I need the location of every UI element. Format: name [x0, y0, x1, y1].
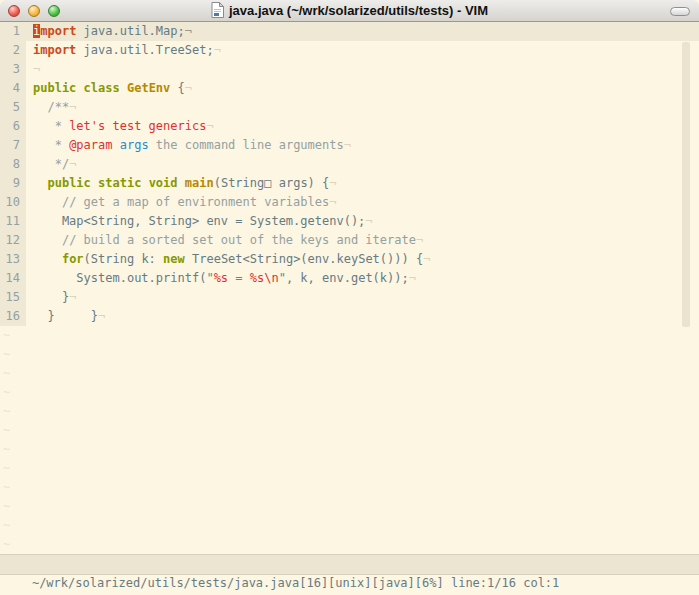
- code-segment: public: [47, 176, 90, 190]
- code-segment: // build a sorted set out of the keys an…: [62, 233, 416, 247]
- code-text: */¬: [26, 155, 76, 174]
- tilde-marker: ~: [0, 516, 10, 535]
- tilde-marker: ~: [0, 345, 10, 364]
- code-segment: mport: [40, 24, 76, 38]
- empty-buffer-line: ~: [0, 478, 699, 497]
- code-line-3[interactable]: 3¬: [0, 60, 699, 79]
- code-line-12[interactable]: 12 // build a sorted set out of the keys…: [0, 231, 699, 250]
- eol-marker: ¬: [344, 138, 351, 152]
- code-line-16[interactable]: 16 } }¬: [0, 307, 699, 326]
- code-segment: Map<String, String> env = System.getenv(…: [33, 214, 365, 228]
- code-segment: /**: [47, 100, 69, 114]
- code-text: } }¬: [26, 307, 105, 326]
- scrollbar-thumb[interactable]: [682, 42, 690, 327]
- eol-marker: ¬: [423, 252, 430, 266]
- empty-buffer-line: ~: [0, 535, 699, 554]
- code-segment: void: [149, 176, 178, 190]
- line-number: 10: [0, 193, 26, 212]
- tilde-marker: ~: [0, 535, 10, 554]
- eol-marker: ¬: [69, 100, 76, 114]
- eol-marker: ¬: [329, 176, 336, 190]
- window-title: java.java (~/wrk/solarized/utils/tests) …: [229, 3, 488, 18]
- code-segment: java.util.TreeSet;: [76, 43, 213, 57]
- status-text: ~/wrk/solarized/utils/tests/java.java[16…: [32, 576, 559, 590]
- line-number: 16: [0, 307, 26, 326]
- code-segment: %s: [214, 271, 228, 285]
- eol-marker: ¬: [33, 62, 40, 76]
- tilde-marker: ~: [0, 421, 10, 440]
- code-segment: [120, 81, 127, 95]
- code-segment: =: [228, 271, 250, 285]
- code-line-5[interactable]: 5 /**¬: [0, 98, 699, 117]
- code-segment: }: [33, 290, 69, 304]
- code-segment: *: [33, 138, 69, 152]
- code-segment: // get a map of environment variables: [62, 195, 329, 209]
- empty-buffer-line: ~: [0, 383, 699, 402]
- code-line-6[interactable]: 6 * let's test generics¬: [0, 117, 699, 136]
- code-segment: java.util.Map;: [76, 24, 184, 38]
- code-line-1[interactable]: 1import java.util.Map;¬: [0, 22, 699, 41]
- code-line-14[interactable]: 14 System.out.printf("%s = %s\n", k, env…: [0, 269, 699, 288]
- code-segment: main: [185, 176, 214, 190]
- code-line-7[interactable]: 7 * @param args the command line argumen…: [0, 136, 699, 155]
- titlebar[interactable]: java.java (~/wrk/solarized/utils/tests) …: [0, 0, 699, 22]
- eol-marker: ¬: [185, 81, 192, 95]
- code-segment: [76, 81, 83, 95]
- empty-buffer-line: ~: [0, 326, 699, 345]
- tilde-marker: ~: [0, 497, 10, 516]
- code-line-9[interactable]: 9 public static void main(String□ args) …: [0, 174, 699, 193]
- line-number: 11: [0, 212, 26, 231]
- code-area[interactable]: 1import java.util.Map;¬2import java.util…: [0, 22, 699, 554]
- empty-buffer-line: ~: [0, 402, 699, 421]
- code-text: }¬: [26, 288, 76, 307]
- title-area: java.java (~/wrk/solarized/utils/tests) …: [0, 0, 699, 20]
- code-segment: @param: [69, 138, 112, 152]
- eol-marker: ¬: [69, 157, 76, 171]
- empty-buffer-line: ~: [0, 497, 699, 516]
- code-segment: ": [206, 271, 213, 285]
- vim-window: java.java (~/wrk/solarized/utils/tests) …: [0, 0, 699, 595]
- code-text: // build a sorted set out of the keys an…: [26, 231, 423, 250]
- tilde-marker: ~: [0, 326, 10, 345]
- code-text: import java.util.Map;¬: [26, 22, 192, 41]
- code-segment: System.out.printf(: [33, 271, 206, 285]
- code-line-8[interactable]: 8 */¬: [0, 155, 699, 174]
- code-line-10[interactable]: 10 // get a map of environment variables…: [0, 193, 699, 212]
- code-segment: } }: [33, 309, 98, 323]
- code-segment: (String k:: [84, 252, 163, 266]
- code-segment: [33, 195, 62, 209]
- code-segment: (String□ args) {: [214, 176, 330, 190]
- eol-marker: ¬: [185, 24, 192, 38]
- eol-marker: ¬: [206, 119, 213, 133]
- empty-buffer-line: ~: [0, 440, 699, 459]
- code-segment: public: [33, 81, 76, 95]
- code-line-15[interactable]: 15 }¬: [0, 288, 699, 307]
- code-line-2[interactable]: 2import java.util.TreeSet;¬: [0, 41, 699, 60]
- code-segment: ": [279, 271, 286, 285]
- toolbar-lozenge-button[interactable]: [670, 7, 690, 16]
- document-icon[interactable]: [211, 2, 224, 18]
- code-line-11[interactable]: 11 Map<String, String> env = System.gete…: [0, 212, 699, 231]
- tilde-marker: ~: [0, 440, 10, 459]
- line-number: 8: [0, 155, 26, 174]
- code-segment: [141, 176, 148, 190]
- eol-marker: ¬: [98, 309, 105, 323]
- line-number: 3: [0, 60, 26, 79]
- code-segment: , k, env.get(k));: [286, 271, 409, 285]
- code-line-4[interactable]: 4public class GetEnv {¬: [0, 79, 699, 98]
- code-segment: [33, 252, 62, 266]
- code-text: * let's test generics¬: [26, 117, 214, 136]
- empty-buffer-line: ~: [0, 421, 699, 440]
- code-text: for(String k: new TreeSet<String>(env.ke…: [26, 250, 430, 269]
- empty-buffer-line: ~: [0, 516, 699, 535]
- code-segment: [178, 176, 185, 190]
- code-segment: for: [62, 252, 84, 266]
- code-text: /**¬: [26, 98, 76, 117]
- status-bar: ~/wrk/solarized/utils/tests/java.java[16…: [0, 554, 699, 575]
- empty-buffer-line: ~: [0, 345, 699, 364]
- line-number: 13: [0, 250, 26, 269]
- code-segment: *: [33, 119, 69, 133]
- code-text: Map<String, String> env = System.getenv(…: [26, 212, 373, 231]
- code-line-13[interactable]: 13 for(String k: new TreeSet<String>(env…: [0, 250, 699, 269]
- eol-marker: ¬: [69, 290, 76, 304]
